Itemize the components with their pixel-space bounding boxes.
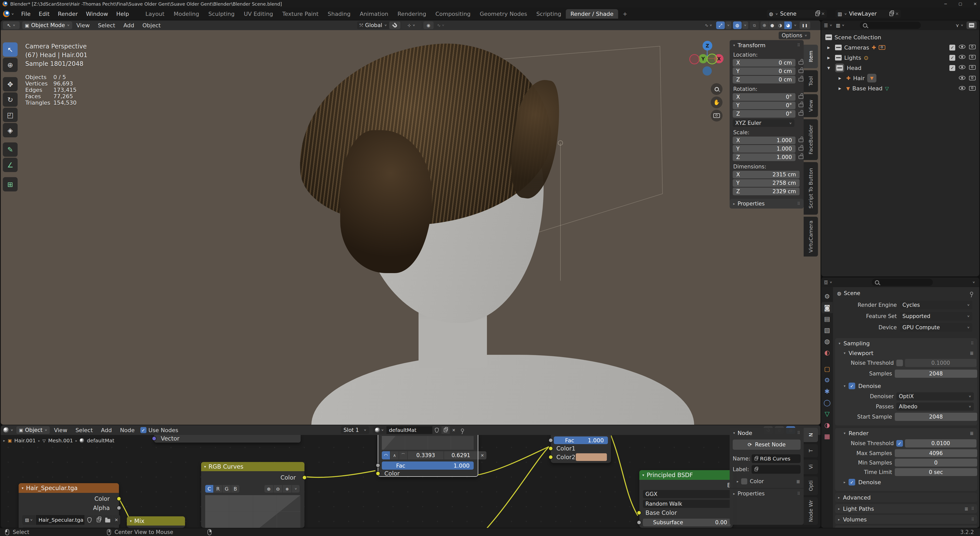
outliner-display-mode-dropdown[interactable]: ☰∨	[824, 23, 832, 28]
fac-input-socket[interactable]	[549, 438, 553, 442]
list-icon[interactable]: ≣	[796, 479, 800, 484]
gizmo-y-axis[interactable]: Y	[698, 54, 708, 63]
handle-auto-button[interactable]: ◠	[382, 451, 390, 460]
properties-editor-type-dropdown[interactable]: ☲∨	[824, 280, 832, 285]
tab-scene[interactable]: ◍	[821, 336, 833, 347]
material-name-field[interactable]: defaultMat	[387, 426, 432, 434]
menu-render[interactable]: Render	[54, 11, 82, 17]
alpha-output-socket[interactable]	[117, 506, 121, 510]
curve-zoom-out-button[interactable]: ⊖	[274, 485, 282, 493]
gizmo-x-neg[interactable]	[689, 54, 700, 64]
maximize-button[interactable]: ▢	[953, 2, 968, 6]
curve-tools-dropdown[interactable]: ∨	[292, 485, 300, 493]
menu-help[interactable]: Help	[112, 11, 133, 17]
collapse-icon[interactable]: ▸	[844, 480, 845, 484]
color-input-socket[interactable]	[375, 471, 380, 476]
interpolation-dropdown[interactable]	[22, 527, 115, 528]
handle-auto-clamped-button[interactable]: ⌒	[399, 451, 407, 460]
exclude-checkbox[interactable]: ✓	[950, 45, 955, 51]
curve-sample-button[interactable]: ●	[283, 485, 291, 493]
disable-render-icon[interactable]	[969, 45, 976, 49]
disclosure-icon[interactable]: ▸	[836, 75, 844, 81]
breadcrumb-object[interactable]: Hair.001	[14, 437, 36, 444]
pin-icon[interactable]	[461, 429, 464, 432]
tab-render[interactable]: ◙	[821, 302, 833, 313]
dimension-x[interactable]: 2315 cm	[773, 172, 796, 178]
outliner-row-cameras[interactable]: ▸ Cameras ✚ ✓	[821, 42, 979, 52]
color2-swatch[interactable]	[576, 453, 607, 461]
rotation-mode-dropdown[interactable]: XYZ Euler∨	[733, 119, 794, 127]
gizmo-options-chevron[interactable]: ∨	[725, 21, 732, 29]
tab-compositing[interactable]: Compositing	[431, 9, 475, 19]
node-color-checkbox[interactable]	[741, 478, 747, 484]
collapse-icon[interactable]: ▾	[204, 464, 206, 469]
list-icon[interactable]: ≣	[970, 350, 974, 356]
base-color-input-socket[interactable]	[637, 511, 641, 515]
node-mix-small[interactable]: ▾Mix	[127, 516, 185, 528]
gizmo-z-axis[interactable]: Z	[703, 41, 712, 51]
collapse-icon[interactable]: ▾	[22, 486, 24, 490]
tool-add-primitive[interactable]: ⊞	[3, 177, 18, 191]
lock-icon[interactable]	[799, 78, 803, 81]
denoiser-dropdown[interactable]: OptiX∨	[896, 392, 974, 401]
shader-tab-options[interactable]: Opti	[803, 476, 818, 495]
shader-menu-node[interactable]: Node	[116, 427, 138, 433]
pan-view-button[interactable]: ✋	[711, 97, 722, 108]
shader-tab-node[interactable]: N	[803, 428, 818, 442]
show-gizmo-button[interactable]: ⤢	[716, 21, 725, 29]
handle-vector-button[interactable]: ∧	[390, 451, 399, 460]
remove-view-layer-icon[interactable]: ✕	[895, 11, 899, 16]
tab-output[interactable]: ▤	[821, 313, 833, 324]
passes-dropdown[interactable]: Albedo∨	[896, 402, 974, 411]
noise-threshold-checkbox[interactable]: ✓	[896, 440, 903, 447]
menu-file[interactable]: File	[17, 11, 35, 17]
menu-window[interactable]: Window	[82, 11, 112, 17]
dimension-z[interactable]: 2329 cm	[773, 188, 796, 194]
app-menu-button[interactable]: ∨	[0, 11, 17, 17]
disable-render-icon[interactable]	[969, 76, 976, 80]
view-layer-selector[interactable]: ▥ ∨ ViewLayer ✕	[835, 10, 901, 18]
tab-animation[interactable]: Animation	[355, 9, 393, 19]
node-rgb-curves[interactable]: ▾RGB Curves Color C R G B ⊕ ⊖ ● ∨	[201, 462, 304, 528]
viewport-menu-add[interactable]: Add	[119, 22, 138, 29]
noise-threshold-field[interactable]: 0.0100	[905, 439, 977, 447]
unlink-material-button[interactable]: ✕	[450, 426, 457, 434]
outliner-row-head[interactable]: ▾ Head ✓	[821, 63, 979, 73]
node-principled-bsdf[interactable]: ▾Principled BSDF B GGX Random Walk Base …	[639, 470, 733, 528]
scene-selector[interactable]: ◍ ∨ Scene ✕	[767, 10, 827, 18]
feature-set-dropdown[interactable]: Supported∨	[900, 312, 972, 321]
zoom-view-button[interactable]	[711, 83, 722, 95]
sidebar-tab-view[interactable]: View	[803, 94, 818, 117]
subsurface-input-socket[interactable]	[637, 520, 641, 525]
dimension-y[interactable]: 2758 cm	[773, 180, 796, 186]
vector-socket[interactable]	[152, 436, 156, 441]
collapse-icon[interactable]: ▸	[733, 491, 735, 496]
curve-widget[interactable]	[382, 436, 474, 450]
shader-menu-select[interactable]: Select	[72, 427, 97, 433]
volumes-panel-header[interactable]: ▸Volumes⠿	[835, 515, 977, 524]
tool-rotate[interactable]: ↻	[3, 92, 18, 107]
tab-geometry-nodes[interactable]: Geometry Nodes	[475, 9, 532, 19]
sidebar-tab-tool[interactable]: Tool	[803, 70, 818, 92]
color-output-socket[interactable]	[302, 475, 307, 480]
channel-c-button[interactable]: C	[205, 485, 213, 493]
scale-z[interactable]: 1.000	[776, 154, 792, 160]
point-y-field[interactable]: 0.6291	[444, 451, 478, 460]
properties-options-chevron[interactable]: ∨	[972, 281, 975, 284]
orientation-dropdown[interactable]: ⤱ Global ∨	[357, 21, 390, 29]
gizmo-z-neg[interactable]	[703, 66, 712, 76]
fac-slider[interactable]: Fac1.000	[554, 436, 608, 444]
channel-b-button[interactable]: B	[231, 485, 239, 493]
outliner-filter-button[interactable]: ⋎∨	[956, 23, 963, 28]
location-x[interactable]: 0 cm	[779, 60, 792, 66]
list-icon[interactable]: ≣	[970, 431, 974, 436]
tab-layout[interactable]: Layout	[141, 9, 169, 19]
outliner-row-hair[interactable]: ▸ ✚ Hair ▼	[821, 73, 979, 83]
collapse-icon[interactable]: ▾	[642, 473, 644, 477]
curves-panel-header[interactable]: ▸Curves⠿	[835, 525, 977, 528]
collapse-icon[interactable]: ▾	[733, 43, 735, 47]
lock-icon[interactable]	[799, 95, 803, 99]
node-label-field[interactable]	[752, 465, 800, 474]
disable-render-icon[interactable]	[969, 86, 976, 91]
tab-object-data[interactable]: ▽	[821, 408, 833, 419]
